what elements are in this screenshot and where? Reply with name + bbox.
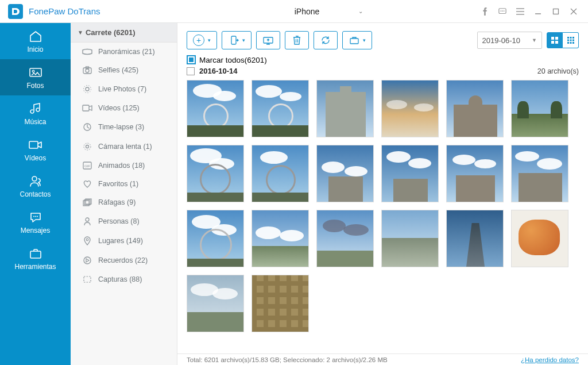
window-controls [481, 7, 588, 16]
photo-thumbnail[interactable] [446, 145, 504, 202]
photo-thumbnail[interactable] [252, 275, 309, 332]
album-lugares[interactable]: Lugares (149) [71, 231, 177, 251]
album-capturas[interactable]: Capturas (88) [71, 270, 177, 289]
photo-thumbnail[interactable] [252, 80, 309, 137]
album-column: ▼ Carrete (6201) Panorámicas (21) Selfie… [71, 23, 177, 365]
briefcase-icon [349, 36, 359, 45]
album-animados[interactable]: GIFAnimados (18) [71, 156, 177, 175]
grid-small-view[interactable] [563, 32, 579, 48]
svg-point-30 [84, 257, 91, 264]
svg-rect-42 [567, 40, 569, 41]
facebook-icon[interactable] [481, 7, 489, 16]
photo-thumbnail[interactable] [187, 275, 244, 332]
photo-thumbnail[interactable] [446, 80, 504, 137]
album-header[interactable]: ▼ Carrete (6201) [71, 23, 177, 43]
album-panoramicas[interactable]: Panorámicas (21) [71, 43, 177, 61]
home-icon [29, 29, 42, 43]
svg-rect-40 [570, 37, 571, 39]
device-selector[interactable]: iPhone ⌄ [172, 7, 481, 16]
photo-thumbnail[interactable] [381, 210, 439, 267]
sidebar-item-mensajes[interactable]: Mensajes [0, 204, 71, 240]
photo-thumbnail[interactable] [511, 145, 568, 202]
minimize-icon[interactable] [534, 7, 542, 16]
sidebar-item-videos[interactable]: Vídeos [0, 132, 71, 168]
svg-point-7 [32, 70, 34, 72]
section-checkbox[interactable] [187, 67, 195, 75]
maximize-icon[interactable] [552, 7, 560, 16]
photo-thumbnail[interactable] [187, 145, 244, 202]
photo-thumbnail[interactable] [187, 210, 244, 267]
album-personas[interactable]: Personas (8) [71, 212, 177, 231]
chevron-down-icon: ▾ [363, 37, 366, 43]
screenshot-icon [82, 275, 92, 283]
selfie-icon [82, 66, 92, 74]
photo-grid [177, 75, 588, 354]
svg-text:GIF: GIF [84, 164, 90, 168]
refresh-button[interactable] [314, 31, 338, 49]
date-section-header[interactable]: 2016-10-14 20 archivo(s) [177, 67, 588, 75]
video-icon [28, 138, 43, 152]
svg-rect-45 [567, 42, 569, 44]
photos-icon [28, 66, 43, 79]
timelapse-icon [82, 122, 92, 132]
photo-thumbnail[interactable] [252, 145, 309, 202]
album-selfies[interactable]: Selfies (425) [71, 61, 177, 79]
refresh-icon [320, 36, 331, 45]
svg-rect-36 [555, 37, 558, 40]
svg-point-21 [84, 143, 91, 150]
sidebar-item-musica[interactable]: Música [0, 95, 71, 132]
photo-thumbnail[interactable] [511, 210, 568, 267]
photo-thumbnail[interactable] [381, 145, 439, 202]
svg-point-12 [37, 216, 38, 217]
album-livephotos[interactable]: Live Photos (7) [71, 79, 177, 99]
svg-point-29 [86, 239, 88, 241]
album-favoritos[interactable]: Favoritos (1) [71, 175, 177, 193]
svg-rect-38 [555, 41, 558, 44]
gif-icon: GIF [82, 162, 92, 170]
album-rafagas[interactable]: Ráfagas (9) [71, 193, 177, 212]
photo-thumbnail[interactable] [316, 145, 374, 202]
export-phone-button[interactable]: ▾ [222, 31, 252, 49]
photo-thumbnail[interactable] [511, 80, 568, 137]
grid-large-view[interactable] [547, 32, 563, 48]
sidebar: Inicio Fotos Música Vídeos Contactos Men… [0, 23, 71, 365]
album-videos[interactable]: Vídeos (125) [71, 99, 177, 117]
svg-point-28 [86, 218, 89, 221]
more-tools-button[interactable]: ▾ [342, 31, 372, 49]
svg-rect-32 [231, 36, 236, 44]
photo-thumbnail[interactable] [187, 80, 244, 137]
sidebar-item-contactos[interactable]: Contactos [0, 168, 71, 204]
export-pc-button[interactable] [256, 31, 280, 49]
album-slomo[interactable]: Cámara lenta (1) [71, 137, 177, 156]
select-all-checkbox[interactable] [187, 55, 196, 64]
photo-thumbnail[interactable] [316, 80, 374, 137]
photo-thumbnail[interactable] [446, 210, 504, 267]
photo-thumbnail[interactable] [381, 80, 439, 137]
sidebar-item-fotos[interactable]: Fotos [0, 59, 71, 95]
svg-point-10 [33, 216, 34, 217]
status-text: Total: 6201 archivo(s)/15.83 GB; Selecci… [187, 356, 388, 363]
pin-icon [82, 236, 92, 245]
feedback-icon[interactable] [498, 7, 506, 16]
select-all-label: Marcar todos(6201) [199, 56, 267, 64]
add-button[interactable]: +▾ [187, 31, 217, 49]
lost-data-link[interactable]: ¿Ha perdido datos? [521, 356, 579, 363]
select-all-row[interactable]: Marcar todos(6201) [177, 55, 588, 67]
photo-thumbnail[interactable] [252, 210, 309, 267]
album-recuerdos[interactable]: Recuerdos (22) [71, 251, 177, 270]
svg-rect-44 [572, 40, 574, 41]
caret-down-icon: ▼ [78, 29, 83, 36]
svg-rect-43 [570, 40, 571, 41]
caret-down-icon: ▼ [532, 37, 537, 43]
album-timelapse[interactable]: Time-lapse (3) [71, 117, 177, 137]
sidebar-item-herramientas[interactable]: Herramientas [0, 240, 71, 276]
menu-icon[interactable] [516, 7, 524, 16]
date-filter[interactable]: 2019-06-10▼ [477, 32, 542, 49]
sidebar-item-inicio[interactable]: Inicio [0, 23, 71, 59]
trash-icon [292, 35, 301, 45]
photo-thumbnail[interactable] [316, 210, 374, 267]
view-toggle [547, 32, 579, 48]
close-icon[interactable] [570, 7, 578, 16]
delete-button[interactable] [285, 31, 309, 49]
svg-rect-35 [551, 37, 554, 40]
